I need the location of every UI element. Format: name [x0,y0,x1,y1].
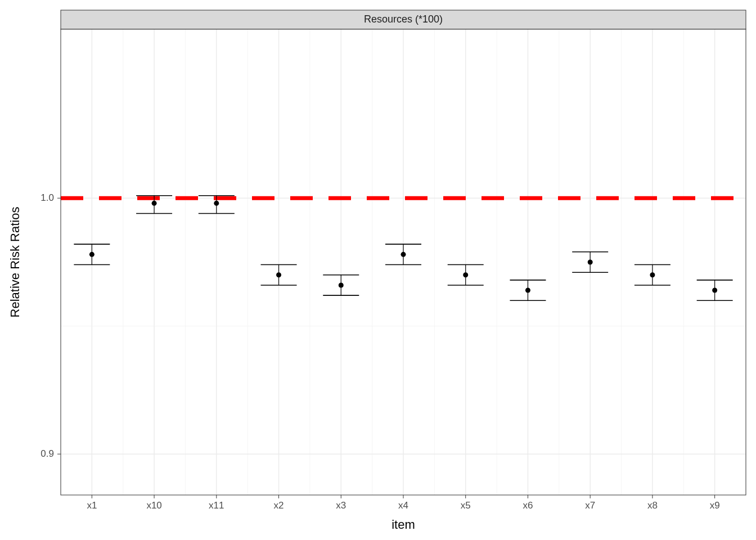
x-tick-label: x6 [523,500,533,511]
y-axis-title: Relative Risk Ratios [8,207,22,318]
svg-point-55 [463,272,468,277]
x-tick-label: x3 [336,500,346,511]
svg-point-59 [525,288,530,293]
x-axis-title: item [392,518,415,532]
x-tick-label: x4 [398,500,408,511]
svg-point-39 [214,201,219,206]
svg-point-71 [712,288,717,293]
x-tick-label: x1 [87,500,97,511]
chart-container: Resources (*100)x1x10x11x2x3x4x5x6x7x8x9… [0,0,756,540]
x-tick-label: x8 [647,500,658,511]
svg-point-31 [89,252,94,257]
svg-point-63 [588,260,593,265]
svg-point-47 [339,282,344,287]
svg-point-43 [276,272,281,277]
x-tick-label: x9 [710,500,720,511]
y-tick-label: 0.9 [40,448,54,459]
x-tick-label: x11 [209,500,224,511]
svg-point-67 [650,272,655,277]
x-tick-label: x5 [461,500,471,511]
x-tick-label: x2 [274,500,284,511]
x-tick-label: x10 [146,500,161,511]
forest-plot: Resources (*100)x1x10x11x2x3x4x5x6x7x8x9… [0,0,756,540]
x-tick-label: x7 [585,500,595,511]
y-tick-label: 1.0 [40,192,54,203]
svg-point-35 [152,201,157,206]
svg-point-51 [401,252,406,257]
facet-label: Resources (*100) [364,14,443,25]
